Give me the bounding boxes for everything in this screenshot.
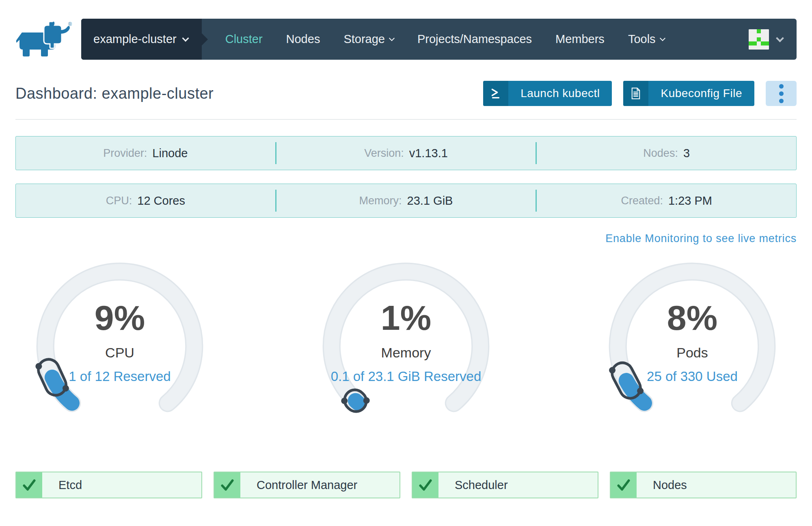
top-navigation-bar: ® example-cluster Cluster Nodes Storage bbox=[15, 19, 797, 60]
nav-item-tools[interactable]: Tools bbox=[628, 32, 665, 46]
memory-gauge-detail: 0.1 of 23.1 GiB Reserved bbox=[331, 369, 482, 384]
launch-kubectl-button[interactable]: Launch kubectl bbox=[483, 81, 612, 106]
identicon-image bbox=[749, 29, 769, 50]
chevron-down-icon bbox=[776, 34, 784, 42]
info-created: Created: 1:23 PM bbox=[537, 184, 796, 217]
status-card-nodes: Nodes bbox=[610, 472, 797, 498]
status-card-scheduler: Scheduler bbox=[412, 472, 598, 498]
check-icon bbox=[412, 472, 438, 498]
terminal-icon bbox=[483, 81, 508, 106]
file-icon bbox=[623, 81, 648, 106]
page-title: Dashboard: example-cluster bbox=[15, 85, 214, 102]
chevron-down-icon bbox=[389, 35, 395, 41]
page-header: Dashboard: example-cluster Launch kubect… bbox=[15, 81, 797, 106]
chevron-down-icon bbox=[182, 35, 189, 41]
nav-item-storage[interactable]: Storage bbox=[343, 32, 394, 46]
pods-gauge: 8% Pods 25 of 330 Used bbox=[597, 251, 788, 442]
user-menu[interactable] bbox=[749, 19, 797, 60]
cpu-gauge-percent: 9% bbox=[95, 300, 145, 335]
cluster-picker-label: example-cluster bbox=[93, 32, 177, 46]
check-icon bbox=[611, 472, 637, 498]
cluster-info-bar-1: Provider: Linode Version: v1.13.1 Nodes:… bbox=[15, 136, 797, 170]
info-version: Version: v1.13.1 bbox=[276, 136, 536, 170]
memory-gauge-title: Memory bbox=[381, 345, 431, 361]
kebab-menu-icon bbox=[779, 84, 784, 89]
kubeconfig-file-button[interactable]: Kubeconfig File bbox=[623, 81, 754, 106]
pods-gauge-percent: 8% bbox=[667, 300, 717, 335]
memory-gauge: 1% Memory 0.1 of 23.1 GiB Reserved bbox=[311, 251, 501, 442]
header-separator bbox=[15, 119, 797, 120]
avatar bbox=[749, 29, 769, 50]
nav-item-projects-namespaces[interactable]: Projects/Namespaces bbox=[417, 32, 532, 46]
more-actions-button[interactable] bbox=[766, 81, 797, 106]
cluster-info-bar-2: CPU: 12 Cores Memory: 23.1 GiB Created: … bbox=[15, 184, 797, 218]
monitoring-link-row: Enable Monitoring to see live metrics bbox=[15, 232, 797, 245]
nav-item-members[interactable]: Members bbox=[555, 32, 605, 46]
cluster-picker-dropdown[interactable]: example-cluster bbox=[81, 19, 202, 60]
check-icon bbox=[214, 472, 240, 498]
cpu-gauge-title: CPU bbox=[105, 345, 134, 361]
info-provider: Provider: Linode bbox=[16, 136, 275, 170]
rancher-dashboard-page: ® example-cluster Cluster Nodes Storage bbox=[0, 19, 812, 526]
nav-items: Cluster Nodes Storage Projects/Namespace… bbox=[225, 19, 665, 60]
enable-monitoring-link[interactable]: Enable Monitoring to see live metrics bbox=[605, 232, 797, 245]
rancher-cow-icon: ® bbox=[16, 21, 72, 58]
pods-gauge-detail: 25 of 330 Used bbox=[647, 369, 738, 384]
header-actions: Launch kubectl Kubeconfig File bbox=[483, 81, 797, 106]
info-cpu: CPU: 12 Cores bbox=[16, 184, 275, 217]
cpu-gauge: 9% CPU 1 of 12 Reserved bbox=[24, 251, 215, 442]
nav-item-nodes[interactable]: Nodes bbox=[286, 32, 320, 46]
nav-item-cluster[interactable]: Cluster bbox=[225, 32, 263, 46]
status-card-etcd: Etcd bbox=[15, 472, 202, 498]
pods-gauge-title: Pods bbox=[676, 345, 708, 361]
status-card-controller-manager: Controller Manager bbox=[214, 472, 400, 498]
resource-gauges: 9% CPU 1 of 12 Reserved 1% Memory 0.1 of… bbox=[15, 251, 797, 442]
component-status-row: Etcd Controller Manager Scheduler Nodes bbox=[15, 472, 797, 498]
info-memory: Memory: 23.1 GiB bbox=[276, 184, 536, 217]
main-nav: example-cluster Cluster Nodes Storage Pr… bbox=[81, 19, 797, 60]
memory-gauge-percent: 1% bbox=[381, 300, 431, 335]
chevron-down-icon bbox=[660, 35, 665, 41]
check-icon bbox=[16, 472, 42, 498]
rancher-logo[interactable]: ® bbox=[16, 21, 72, 59]
cpu-gauge-detail: 1 of 12 Reserved bbox=[69, 369, 171, 384]
registered-mark: ® bbox=[68, 22, 72, 27]
info-nodes: Nodes: 3 bbox=[537, 136, 796, 170]
